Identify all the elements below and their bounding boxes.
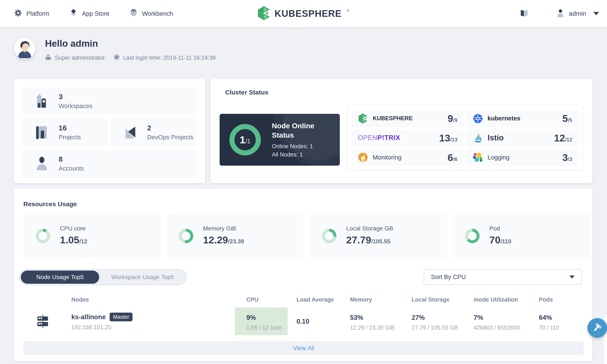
- nav-item-workbench[interactable]: Workbench: [130, 9, 173, 18]
- table-row[interactable]: 9% 1.05 / 12 core ks-allinone Master 192…: [23, 308, 584, 335]
- resources-usage-card: Resources Usage CPU core 1.05/12 Memory …: [14, 189, 592, 361]
- service-tile-openpitrix: OPENP!TRIX 13/13: [351, 130, 464, 146]
- online-nodes-text: Online Nodes: 1: [272, 143, 336, 150]
- user-menu[interactable]: admin: [557, 9, 599, 18]
- kubesphere-logo[interactable]: KUBESPHERE ®: [258, 0, 349, 27]
- hello-main: Hello admin Super administrator Last log…: [45, 38, 216, 62]
- pod-usage-donut: [465, 229, 479, 243]
- user-name: admin: [569, 10, 586, 17]
- col-header-memory: Memory: [350, 297, 372, 303]
- col-header-load-average: Load Average: [297, 297, 334, 303]
- cpu-percent: 9%: [246, 314, 256, 322]
- service-total: /9: [453, 117, 457, 123]
- metric-value: 1.05: [60, 234, 79, 246]
- monitoring-prometheus-icon: [358, 152, 368, 162]
- role-spy-icon: [45, 54, 52, 62]
- last-login: Last login time: 2019-11-11 16:24:38: [113, 54, 216, 62]
- service-name: Istio: [488, 133, 504, 142]
- view-all-button[interactable]: View All: [23, 341, 584, 355]
- inode-percent: 7%: [474, 314, 483, 322]
- documentation-book-icon[interactable]: [520, 10, 529, 18]
- logging-elastic-icon: [473, 152, 483, 162]
- accounts-tile[interactable]: 8 Accounts: [23, 150, 197, 178]
- user-role: Super administrator: [45, 54, 105, 62]
- service-total: /3: [568, 156, 572, 162]
- projects-tile[interactable]: 16 Projects: [23, 118, 108, 146]
- pods-percent: 64%: [539, 314, 552, 322]
- cpu-usage-donut: [36, 229, 50, 243]
- workspaces-icon: [35, 94, 49, 108]
- projects-count: 16: [59, 124, 81, 132]
- cpu-cell-highlight: 9% 1.05 / 12 core: [235, 308, 288, 335]
- cluster-services-panel: KUBESPHERE 9/9 kubernetes 5/5 OPENP!TRIX…: [347, 105, 583, 170]
- memory-metric-card: Memory GiB 12.29/23.39: [167, 214, 304, 257]
- devops-icon: [123, 125, 137, 139]
- col-header-local-storage: Local Storage: [412, 297, 450, 303]
- all-nodes-text: All Nodes: 1: [272, 151, 336, 158]
- table-header: Nodes CPU Load Average Memory Local Stor…: [23, 295, 584, 307]
- istio-icon: [473, 133, 483, 143]
- service-total: /5: [568, 117, 572, 123]
- inode-detail: 426803 / 6553600: [474, 325, 520, 331]
- service-name: Logging: [488, 154, 510, 161]
- nav-item-platform[interactable]: Platform: [14, 9, 49, 18]
- resources-usage-title: Resources Usage: [23, 200, 77, 208]
- workspaces-tile[interactable]: 3 Workspaces: [23, 87, 197, 115]
- summary-card: 3 Workspaces 16 Projects 2 DevOps Projec…: [14, 79, 205, 183]
- tab-workspace-usage-top5[interactable]: Workspace Usage Top5: [99, 274, 186, 281]
- devops-label: DevOps Projects: [147, 134, 194, 141]
- nav-item-app-store[interactable]: App Store: [70, 9, 109, 19]
- tab-node-usage-top5[interactable]: Node Usage Top5: [21, 271, 99, 284]
- node-online-title: Node Online Status: [272, 121, 336, 140]
- kubesphere-icon: [358, 113, 368, 124]
- node-online-total: /1: [245, 138, 250, 145]
- sort-by-select[interactable]: Sort By CPU: [424, 269, 582, 285]
- metric-total: /105.55: [371, 238, 390, 245]
- node-ip: 192.168.101.20: [71, 324, 111, 331]
- node-online-ring: 1 /1: [229, 124, 261, 156]
- service-count: 9: [448, 113, 453, 124]
- metric-total: /12: [79, 238, 87, 245]
- metric-label: Memory GiB: [203, 225, 244, 232]
- workspaces-count: 3: [59, 92, 92, 101]
- gauge-icon: [130, 9, 137, 18]
- metric-label: Local Storage GB: [346, 225, 393, 232]
- sort-by-value: Sort By CPU: [431, 273, 466, 281]
- nav-left-group: Platform App Store Workbench: [0, 9, 173, 19]
- toolbox-fab-button[interactable]: [587, 318, 607, 338]
- gear-icon: [14, 9, 22, 18]
- service-tile-logging: Logging 3/3: [466, 149, 579, 166]
- master-badge: Master: [110, 312, 132, 321]
- service-tile-monitoring: Monitoring 6/6: [351, 149, 464, 166]
- service-total: /13: [450, 137, 457, 143]
- devops-tile[interactable]: 2 DevOps Projects: [111, 118, 196, 146]
- node-online-status-card: 1 /1 Node Online Status Online Nodes: 1 …: [220, 114, 340, 166]
- load-average-value: 0.10: [297, 318, 309, 325]
- service-tile-kubesphere: KUBESPHERE 9/9: [351, 110, 464, 127]
- app-store-diamond-icon: [70, 9, 77, 19]
- nav-item-label: Platform: [26, 10, 49, 17]
- metric-total: /110: [500, 238, 511, 245]
- service-name: kubernetes: [488, 115, 521, 122]
- service-tile-istio: Istio 12/12: [466, 130, 579, 146]
- metric-label: Pod: [489, 225, 511, 232]
- user-icon: [557, 9, 564, 18]
- workspaces-label: Workspaces: [59, 103, 92, 110]
- service-total: /12: [565, 137, 572, 143]
- clock-check-icon: [113, 54, 120, 62]
- node-name[interactable]: ks-allinone: [71, 313, 106, 321]
- service-count: 3: [562, 152, 568, 163]
- user-role-label: Super administrator: [55, 55, 105, 61]
- projects-label: Projects: [59, 134, 81, 141]
- node-online-value: 1: [240, 134, 245, 146]
- service-tile-kubernetes: kubernetes 5/5: [466, 110, 579, 127]
- col-header-nodes: Nodes: [71, 297, 89, 303]
- col-header-inode-utilization: inode Utilization: [474, 297, 518, 303]
- kubernetes-icon: [473, 113, 483, 124]
- devops-count: 2: [147, 124, 194, 132]
- metric-total: /23.39: [228, 238, 244, 245]
- brand-wordmark: KUBESPHERE: [275, 8, 342, 19]
- storage-usage-donut: [322, 229, 336, 243]
- metric-value: 12.29: [203, 234, 228, 246]
- nav-right-group: admin: [520, 9, 607, 18]
